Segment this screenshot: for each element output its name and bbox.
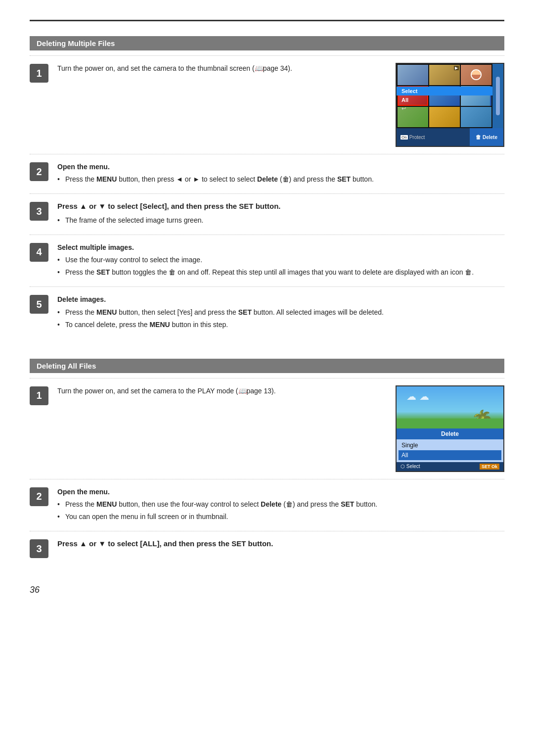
step-4-bullet-2: Press the SET button toggles the 🗑 on an… bbox=[57, 267, 504, 278]
step-3-all: 3 Press ▲ or ▼ to select [ALL], and then… bbox=[30, 531, 504, 565]
footer-ok: SET Ok bbox=[480, 464, 499, 470]
step-2-bullets: Press the MENU button, then press ◄ or ►… bbox=[57, 174, 504, 185]
step-3-title: Press ▲ or ▼ to select [Select], and the… bbox=[57, 201, 504, 212]
step-2-all: 2 Open the menu. Press the MENU button, … bbox=[30, 479, 504, 531]
step-1-all-text: Turn the power on, and set the camera to… bbox=[57, 385, 381, 398]
step-1-all-para: Turn the power on, and set the camera to… bbox=[57, 385, 381, 396]
step-all-number-2: 2 bbox=[30, 487, 48, 506]
step-3-multiple: 3 Press ▲ or ▼ to select [Select], and t… bbox=[30, 193, 504, 235]
step-5-content: Delete images. Press the MENU button, th… bbox=[57, 294, 504, 331]
camera-screen-multiple: ▶ 🗑 On bbox=[396, 63, 504, 147]
step-4-bullet-1: Use the four-way control to select the i… bbox=[57, 255, 504, 265]
step-5-title: Delete images. bbox=[57, 294, 504, 305]
section-header-multiple: Deleting Multiple Files bbox=[30, 36, 504, 50]
thumb-3 bbox=[461, 65, 491, 85]
menu-all-item: All bbox=[397, 95, 492, 104]
step-2-content: Open the menu. Press the MENU button, th… bbox=[57, 161, 504, 187]
step-3-all-title: Press ▲ or ▼ to select [ALL], and then p… bbox=[57, 538, 504, 550]
delete-all-item: All bbox=[399, 450, 501, 460]
step-2-bullet-1: Press the MENU button, then press ◄ or ►… bbox=[57, 174, 504, 185]
step-4-bullets: Use the four-way control to select the i… bbox=[57, 255, 504, 278]
step-3-bullet-1: The frame of the selected image turns gr… bbox=[57, 215, 504, 226]
step-3-bullets: The frame of the selected image turns gr… bbox=[57, 215, 504, 226]
section-header-all: Deleting All Files bbox=[30, 359, 504, 373]
step-1-content: Turn the power on, and set the camera to… bbox=[57, 63, 504, 147]
step-4-multiple: 4 Select multiple images. Use the four-w… bbox=[30, 235, 504, 286]
step-1-all: 1 Turn the power on, and set the camera … bbox=[30, 378, 504, 479]
sidebar-scroll bbox=[496, 77, 500, 115]
step-2-all-bullet-1: Press the MENU button, then use the four… bbox=[57, 499, 504, 510]
step-number-5: 5 bbox=[30, 295, 48, 314]
step-number-2: 2 bbox=[30, 162, 48, 181]
step-1-para: Turn the power on, and set the camera to… bbox=[57, 63, 381, 74]
step-4-content: Select multiple images. Use the four-way… bbox=[57, 242, 504, 280]
camera-menu-overlay: Select All ↩ bbox=[397, 87, 492, 113]
step-5-bullet-2: To cancel delete, press the MENU button … bbox=[57, 320, 504, 330]
camera-screen-delete: ☁ ☁ 🌴 Delete Single All ↩ bbox=[396, 385, 504, 472]
footer-select: ⬡ Select bbox=[400, 464, 420, 469]
step-2-all-bullets: Press the MENU button, then use the four… bbox=[57, 499, 504, 522]
step-3-content: Press ▲ or ▼ to select [Select], and the… bbox=[57, 201, 504, 228]
step-5-multiple: 5 Delete images. Press the MENU button, … bbox=[30, 286, 504, 338]
steps-multiple: 1 Turn the power on, and set the camera … bbox=[30, 50, 504, 344]
step-4-title: Select multiple images. bbox=[57, 242, 504, 253]
camera-sidebar bbox=[492, 64, 503, 128]
step-2-all-title: Open the menu. bbox=[57, 486, 504, 497]
step-2-title: Open the menu. bbox=[57, 161, 504, 172]
step-2-all-content: Open the menu. Press the MENU button, th… bbox=[57, 486, 504, 524]
delete-screen-header: Delete bbox=[397, 428, 503, 439]
section-gap bbox=[30, 344, 504, 359]
page-number: 36 bbox=[30, 585, 504, 595]
delete-screen-footer: ⬡ Select SET Ok bbox=[397, 462, 503, 471]
step-all-number-1: 1 bbox=[30, 386, 48, 405]
steps-all: 1 Turn the power on, and set the camera … bbox=[30, 373, 504, 570]
step-number-3: 3 bbox=[30, 202, 48, 221]
delete-label: 🗑 Delete bbox=[470, 128, 503, 146]
step-2-all-bullet-2: You can open the menu in full screen or … bbox=[57, 512, 504, 522]
thumb-2: ▶ bbox=[429, 65, 460, 85]
step-all-number-3: 3 bbox=[30, 539, 48, 558]
landscape-bg: ☁ ☁ 🌴 bbox=[397, 386, 503, 428]
step-1-all-content: Turn the power on, and set the camera to… bbox=[57, 385, 504, 472]
delete-single-item: Single bbox=[399, 440, 501, 450]
step-1-multiple: 1 Turn the power on, and set the camera … bbox=[30, 55, 504, 154]
menu-select-item: Select bbox=[397, 87, 492, 95]
step-number-4: 4 bbox=[30, 243, 48, 262]
step-5-bullet-1: Press the MENU button, then select [Yes]… bbox=[57, 307, 504, 318]
protect-label: On Protect bbox=[397, 128, 470, 146]
step-1-text: Turn the power on, and set the camera to… bbox=[57, 63, 381, 76]
step-number-1: 1 bbox=[30, 64, 48, 83]
top-divider bbox=[30, 20, 504, 21]
clouds: ☁ ☁ bbox=[406, 390, 429, 402]
step-5-bullets: Press the MENU button, then select [Yes]… bbox=[57, 307, 504, 330]
step-3-all-content: Press ▲ or ▼ to select [ALL], and then p… bbox=[57, 538, 504, 553]
protect-text: Protect bbox=[409, 135, 425, 140]
menu-arrow-item: ↩ bbox=[397, 104, 492, 113]
thumb-1 bbox=[398, 65, 428, 85]
step-2-multiple: 2 Open the menu. Press the MENU button, … bbox=[30, 154, 504, 193]
camera-bottom-bar: On Protect 🗑 Delete bbox=[397, 128, 503, 146]
